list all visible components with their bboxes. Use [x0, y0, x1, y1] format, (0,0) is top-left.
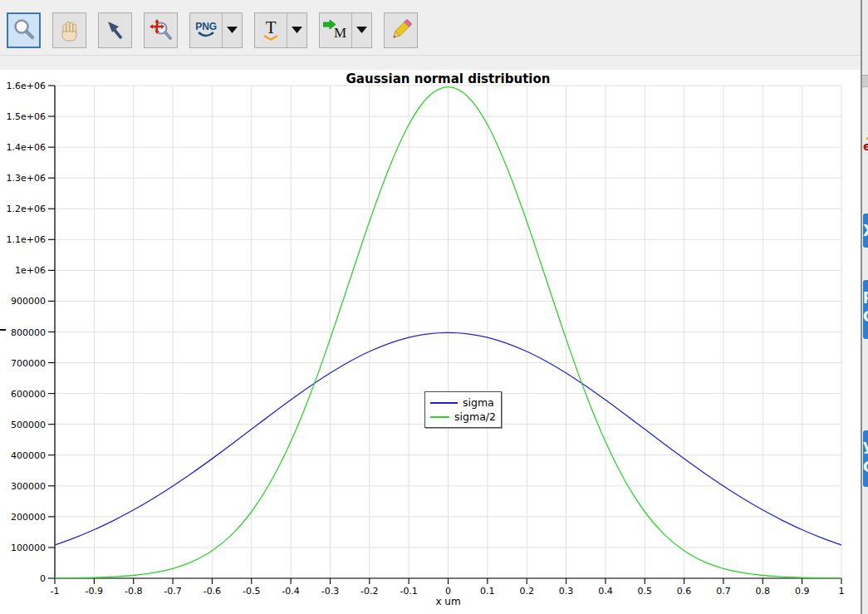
png-chevron-icon — [196, 32, 216, 38]
background-button-fragment[interactable]: X — [863, 214, 868, 248]
y-tick-label: 800000 — [11, 327, 46, 338]
magnifier-move-icon — [147, 17, 175, 45]
legend-label-sigma2: sigma/2 — [454, 411, 496, 423]
macro-tool-button[interactable]: M — [319, 12, 372, 48]
y-tick-label: 1.2e+06 — [7, 204, 46, 214]
y-tick-label: 200000 — [11, 512, 46, 523]
export-png-button[interactable]: PNG — [189, 12, 243, 48]
y-axis-label-clipped-fragment — [0, 329, 6, 331]
cursor-arrow-icon — [101, 17, 130, 45]
y-tick-label: 400000 — [11, 450, 46, 461]
legend-entry-sigma2: sigma/2 — [430, 410, 496, 424]
export-png-dropdown[interactable] — [222, 13, 242, 47]
y-tick-label: 900000 — [11, 296, 46, 307]
y-tick-label: 1.1e+06 — [7, 234, 46, 245]
edit-tool-button[interactable] — [384, 12, 418, 48]
zoom-region-tool-button[interactable] — [144, 12, 178, 48]
y-tick-label: 100000 — [11, 543, 46, 553]
y-tick-label: 1e+06 — [15, 265, 46, 276]
chart-canvas[interactable]: 0100000200000300000400000500000600000700… — [0, 0, 868, 614]
background-button-fragment[interactable]: p G — [863, 280, 868, 339]
magnifier-icon — [10, 17, 38, 45]
y-tick-label: 0 — [40, 573, 46, 584]
legend-line-sample-sigma — [430, 402, 458, 404]
pencil-icon — [387, 17, 415, 45]
toolbar: PNG T — [7, 12, 418, 48]
y-tick-label: 1.4e+06 — [7, 142, 46, 153]
hand-icon — [56, 17, 84, 45]
y-tick-label: 600000 — [11, 389, 46, 400]
background-window-strip: ev X p G y G — [861, 0, 868, 614]
legend-line-sample-sigma2 — [430, 416, 449, 418]
macro-tool-main[interactable]: M — [320, 13, 351, 47]
text-underline-chevron-icon — [262, 35, 279, 41]
dropdown-arrow-icon — [292, 27, 302, 34]
x-axis-label: x um — [55, 596, 841, 607]
legend-entry-sigma: sigma — [430, 395, 496, 410]
png-icon: PNG — [195, 22, 217, 32]
zoom-tool-button[interactable] — [7, 12, 41, 48]
y-tick-label: 700000 — [11, 358, 46, 369]
export-png-main[interactable]: PNG — [190, 13, 222, 47]
macro-tool-dropdown[interactable] — [351, 13, 371, 47]
pan-tool-button[interactable] — [52, 12, 86, 48]
y-tick-label: 1.3e+06 — [7, 173, 46, 184]
chart-title: Gaussian normal distribution — [55, 71, 841, 86]
dropdown-arrow-icon — [356, 27, 367, 34]
y-tick-label: 500000 — [11, 420, 46, 430]
legend-label-sigma: sigma — [463, 397, 494, 409]
dropdown-arrow-icon — [227, 27, 238, 34]
plot-window: 0100000200000300000400000500000600000700… — [0, 0, 868, 614]
text-tool-button[interactable]: T — [254, 12, 307, 48]
background-button-fragment[interactable]: y G — [863, 430, 868, 487]
y-tick-label: 1.6e+06 — [7, 81, 46, 91]
background-window-header-fragment — [862, 75, 868, 87]
text-tool-main[interactable]: T — [255, 13, 287, 47]
background-heading-fragment: ev — [863, 140, 868, 153]
text-tool-dropdown[interactable] — [287, 13, 306, 47]
legend: sigma sigma/2 — [424, 391, 502, 428]
pointer-tool-button[interactable] — [98, 12, 132, 48]
toolbar-divider — [0, 55, 861, 56]
text-tool-icon: T — [266, 21, 277, 35]
macro-tool-icon: M — [334, 25, 346, 42]
y-tick-label: 1.5e+06 — [7, 111, 46, 122]
y-tick-label: 300000 — [11, 481, 46, 492]
